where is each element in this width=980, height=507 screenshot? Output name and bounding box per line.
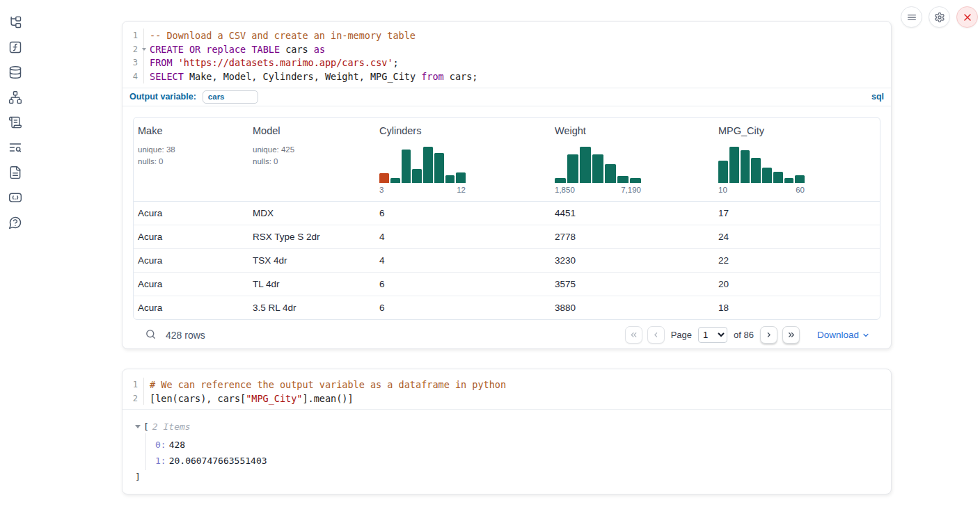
histogram-axis: 312	[379, 186, 466, 194]
database-button[interactable]	[8, 65, 22, 79]
axis-max-label: 12	[457, 186, 466, 194]
dependency-graph-icon	[8, 90, 22, 104]
output-variable-label: Output variable:	[129, 92, 196, 102]
axis-max-label: 7,190	[621, 186, 641, 194]
code-line: 2[len(cars), cars["MPG_City"].mean()]	[122, 392, 891, 405]
column-stats: unique: 38nulls: 0	[138, 144, 244, 168]
line-number: 1	[122, 29, 143, 42]
total-pages-label: of 86	[734, 330, 754, 340]
settings-icon	[934, 12, 945, 23]
chevron-left-icon	[651, 330, 661, 339]
table-cell: 18	[714, 296, 880, 319]
fold-chevron-icon[interactable]	[142, 48, 146, 51]
column-header-weight[interactable]: Weight1,8507,190	[551, 118, 714, 201]
code-token	[173, 57, 178, 68]
histogram-bar	[390, 178, 400, 183]
gutter-separator	[143, 56, 144, 70]
output-variable-input[interactable]	[203, 90, 258, 104]
file-tree-button[interactable]	[8, 15, 22, 29]
code-token	[184, 44, 189, 55]
histogram-bars	[718, 145, 805, 183]
code-token: OR	[189, 44, 200, 55]
histogram-bar	[718, 161, 728, 183]
table-cell: Acura	[134, 202, 248, 225]
code-token: from	[421, 71, 444, 82]
table-cell: 22	[714, 249, 880, 272]
table-cell: TSX 4dr	[248, 249, 375, 272]
python-output-tree: [ 2 Items 0:4281:20.060747663551403 ]	[122, 410, 891, 494]
search-button[interactable]	[143, 328, 157, 342]
code-token: FROM	[150, 57, 173, 68]
code-line: 4SELECT Make, Model, Cylinders, Weight, …	[122, 70, 891, 83]
close-bracket: ]	[135, 470, 878, 483]
table-cell: 6	[375, 296, 551, 319]
language-badge[interactable]: sql	[871, 92, 884, 102]
histogram-bar	[423, 147, 433, 183]
dependency-graph-button[interactable]	[8, 90, 22, 104]
code-token: 'https://datasets.marimo.app/cars.csv'	[178, 57, 393, 68]
table-cell: 3230	[551, 249, 714, 272]
column-title: Make	[138, 125, 244, 136]
code-token: replace	[206, 44, 246, 55]
code-token: ;	[393, 57, 399, 68]
code-text: [len(cars), cars["MPG_City"].mean()]	[143, 393, 354, 404]
log-search-button[interactable]	[8, 140, 22, 154]
download-button[interactable]: Download	[817, 330, 870, 340]
shutdown-button[interactable]	[956, 6, 978, 28]
histogram-axis: 1,8507,190	[555, 186, 641, 194]
code-token: CREATE	[150, 44, 184, 55]
code-line: 1-- Download a CSV and create an in-memo…	[122, 29, 891, 42]
code-text: -- Download a CSV and create an in-memor…	[143, 30, 416, 41]
column-histogram: 1060	[718, 145, 805, 194]
last-page-button[interactable]	[782, 326, 800, 344]
column-header-cylinders[interactable]: Cylinders312	[375, 118, 551, 201]
column-header-mpg_city[interactable]: MPG_City1060	[714, 118, 880, 201]
column-histogram: 312	[379, 145, 466, 194]
histogram-bar	[456, 172, 466, 183]
left-panel-toolbar	[0, 0, 31, 507]
help-button[interactable]	[8, 216, 22, 230]
pagination: Page 1 of 86 Download	[625, 326, 870, 344]
histogram-bar	[379, 173, 389, 183]
table-row: AcuraRSX Type S 2dr4277824	[134, 225, 880, 248]
sql-output-area: Makeunique: 38nulls: 0Modelunique: 425nu…	[122, 106, 891, 361]
prev-page-button[interactable]	[647, 326, 665, 344]
first-page-button[interactable]	[625, 326, 642, 344]
code-token: "MPG_City"	[246, 393, 302, 404]
scroll-button[interactable]	[8, 115, 22, 129]
table-cell: Acura	[134, 273, 248, 296]
collapse-chevron-icon[interactable]	[135, 425, 141, 428]
table-body: AcuraMDX6445117AcuraRSX Type S 2dr427782…	[134, 202, 880, 319]
output-variable-row: Output variable: sql	[122, 88, 891, 106]
code-text: # We can reference the output variable a…	[143, 379, 506, 390]
page-select[interactable]: 1	[698, 327, 727, 343]
database-icon	[8, 65, 22, 79]
menu-button[interactable]	[901, 6, 922, 28]
items-count-label: 2 Items	[152, 421, 191, 432]
line-number: 3	[122, 56, 143, 70]
search-icon	[145, 328, 157, 340]
download-label: Download	[817, 330, 859, 340]
code-token: -- Download a CSV and create an in-memor…	[150, 30, 416, 41]
histogram-bar	[605, 164, 616, 183]
code-token: SELECT	[150, 71, 184, 82]
histogram-bars	[379, 145, 466, 183]
item-value: 428	[169, 440, 185, 450]
settings-button[interactable]	[928, 6, 950, 28]
sql-code-editor[interactable]: 1-- Download a CSV and create an in-memo…	[122, 22, 891, 88]
table-cell: RSX Type S 2dr	[248, 225, 375, 248]
stat-line: unique: 425	[253, 144, 371, 156]
row-count: 428 rows	[166, 330, 205, 341]
column-header-make[interactable]: Makeunique: 38nulls: 0	[134, 118, 248, 201]
next-page-button[interactable]	[760, 326, 777, 344]
column-header-model[interactable]: Modelunique: 425nulls: 0	[248, 118, 375, 201]
snippets-button[interactable]	[8, 191, 22, 204]
document-button[interactable]	[8, 166, 22, 179]
gutter-separator	[143, 392, 144, 405]
table-row: Acura3.5 RL 4dr6388018	[134, 296, 880, 319]
histogram-bars	[555, 145, 641, 183]
function-square-button[interactable]	[8, 40, 22, 54]
python-code-editor[interactable]: 1# We can reference the output variable …	[122, 369, 891, 409]
line-number: 1	[122, 378, 143, 392]
file-tree-icon	[8, 15, 22, 29]
